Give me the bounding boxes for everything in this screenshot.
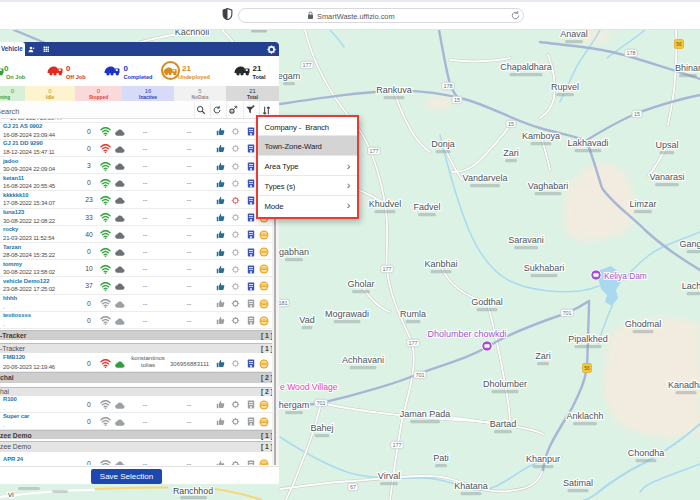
- svg-text:15: 15: [508, 121, 514, 127]
- svg-text:hergam: hergam: [279, 400, 310, 410]
- svg-text:Zari: Zari: [535, 351, 551, 361]
- svg-text:Rupvel: Rupvel: [551, 82, 579, 92]
- svg-text:Kamboya: Kamboya: [522, 131, 560, 141]
- svg-text:701: 701: [316, 400, 325, 406]
- svg-text:15: 15: [454, 97, 460, 103]
- svg-text:Dholumber chowkdi: Dholumber chowkdi: [427, 329, 506, 339]
- svg-text:Satimal: Satimal: [563, 478, 593, 488]
- svg-text:Pipalkhed: Pipalkhed: [568, 334, 608, 344]
- svg-text:Bartad: Bartad: [490, 419, 517, 429]
- svg-text:181: 181: [278, 300, 287, 306]
- svg-text:Ranchhod: Ranchhod: [173, 486, 213, 496]
- svg-text:Vaghabari: Vaghabari: [528, 181, 568, 191]
- svg-text:Gholar: Gholar: [347, 279, 374, 289]
- svg-text:Sukhabari: Sukhabari: [524, 263, 565, 273]
- svg-text:Kachnoli: Kachnoli: [175, 30, 210, 37]
- svg-text:Khudvel: Khudvel: [369, 199, 402, 209]
- svg-text:56: 56: [584, 366, 590, 371]
- svg-text:Mograwadi: Mograwadi: [325, 309, 369, 319]
- svg-text:177: 177: [369, 148, 378, 154]
- svg-text:Virval: Virval: [378, 471, 400, 481]
- svg-text:701: 701: [415, 372, 424, 378]
- svg-text:67: 67: [350, 484, 356, 490]
- svg-text:Dholumber: Dholumber: [483, 379, 527, 389]
- svg-text:Fadvel: Fadvel: [413, 202, 440, 212]
- svg-text:Anklachh: Anklachh: [566, 411, 603, 421]
- svg-text:177: 177: [382, 266, 391, 272]
- svg-text:Chondha: Chondha: [628, 448, 665, 458]
- svg-text:Rumla: Rumla: [400, 309, 426, 319]
- svg-text:701: 701: [562, 310, 571, 316]
- svg-text:Pati: Pati: [433, 453, 449, 463]
- svg-text:177: 177: [408, 340, 417, 346]
- svg-text:177: 177: [392, 442, 401, 448]
- svg-text:Bhinar: Bhinar: [675, 63, 700, 73]
- svg-text:Upsal: Upsal: [655, 140, 678, 150]
- svg-text:15: 15: [634, 111, 640, 117]
- svg-text:Zari: Zari: [503, 148, 519, 158]
- svg-text:Limzar: Limzar: [629, 199, 656, 209]
- svg-text:Chapaldhara: Chapaldhara: [500, 62, 552, 72]
- svg-text:gabhan: gabhan: [279, 247, 309, 257]
- svg-text:Bahej: Bahej: [310, 423, 333, 433]
- svg-text:Ghodmal: Ghodmal: [625, 319, 662, 329]
- svg-text:Vad: Vad: [299, 315, 314, 325]
- svg-text:Rankuva: Rankuva: [376, 85, 412, 95]
- svg-text:Khatana: Khatana: [454, 481, 488, 491]
- svg-text:178: 178: [443, 83, 452, 89]
- svg-text:Lachh: Lachh: [682, 281, 700, 291]
- svg-text:Gangpur: Gangpur: [679, 239, 700, 249]
- svg-text:Keliya Dam: Keliya Dam: [604, 271, 647, 281]
- svg-text:Jaman Pada: Jaman Pada: [400, 409, 451, 419]
- svg-text:vi: vi: [8, 490, 14, 499]
- svg-text:Lakhavadi: Lakhavadi: [567, 138, 608, 148]
- svg-text:e Wood Village: e Wood Village: [280, 382, 338, 392]
- svg-text:Achhavani: Achhavani: [342, 355, 384, 365]
- svg-text:178: 178: [626, 50, 635, 56]
- svg-text:Vandarvela: Vandarvela: [463, 173, 508, 183]
- svg-text:Godthal: Godthal: [471, 297, 503, 307]
- svg-text:Vanarasi: Vanarasi: [650, 172, 685, 182]
- svg-text:Donja: Donja: [431, 139, 455, 149]
- svg-text:Anaval: Anaval: [560, 30, 588, 39]
- svg-text:177: 177: [302, 62, 311, 68]
- svg-text:Khanpur: Khanpur: [526, 454, 560, 464]
- svg-text:Saravani: Saravani: [508, 235, 544, 245]
- svg-text:egam: egam: [278, 71, 301, 81]
- svg-text:56: 56: [676, 42, 682, 47]
- svg-text:Kanadha: Kanadha: [668, 380, 700, 390]
- svg-text:Kanbhai: Kanbhai: [424, 259, 457, 269]
